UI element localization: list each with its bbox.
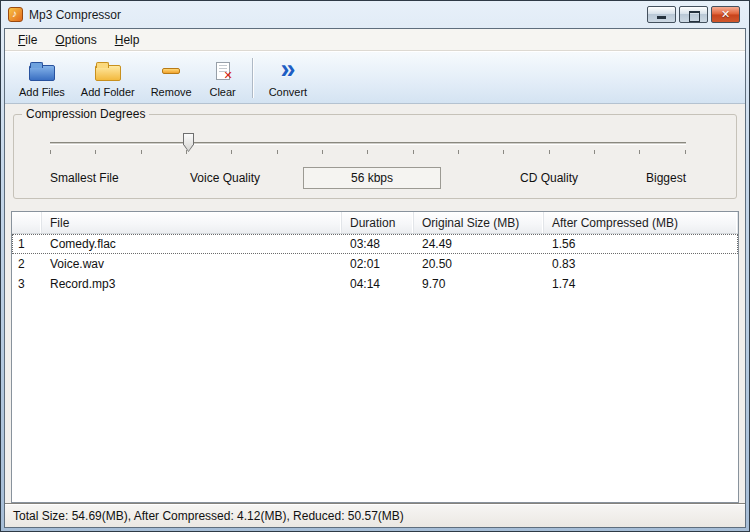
file-list-header: File Duration Original Size (MB) After C… bbox=[12, 212, 738, 234]
column-header-after-compressed[interactable]: After Compressed (MB) bbox=[544, 212, 738, 233]
row-number: 2 bbox=[12, 257, 42, 271]
app-icon[interactable] bbox=[8, 7, 23, 22]
row-number: 1 bbox=[12, 237, 42, 251]
convert-label: Convert bbox=[269, 86, 308, 98]
column-header-file[interactable]: File bbox=[42, 212, 342, 233]
menubar: File Options Help bbox=[5, 29, 745, 51]
window-title: Mp3 Compressor bbox=[29, 8, 121, 22]
row-number: 3 bbox=[12, 277, 42, 291]
window-controls bbox=[647, 6, 742, 23]
toolbar-separator bbox=[252, 58, 253, 98]
compression-groupbox: Compression Degrees Smallest File Voice … bbox=[13, 114, 737, 199]
titlebar[interactable]: Mp3 Compressor bbox=[4, 1, 746, 28]
clear-document-icon bbox=[216, 62, 230, 80]
add-files-label: Add Files bbox=[19, 86, 65, 98]
toolbar: Add Files Add Folder Remove Clear Conver… bbox=[5, 51, 745, 104]
column-header-duration[interactable]: Duration bbox=[342, 212, 414, 233]
clear-button[interactable]: Clear bbox=[200, 55, 246, 101]
slider-track[interactable] bbox=[50, 142, 686, 145]
label-cd-quality: CD Quality bbox=[520, 171, 578, 185]
slider-ticks bbox=[50, 150, 686, 154]
table-row[interactable]: 3 Record.mp3 04:14 9.70 1.74 bbox=[12, 274, 738, 294]
add-folder-button[interactable]: Add Folder bbox=[73, 55, 143, 101]
add-files-button[interactable]: Add Files bbox=[11, 55, 73, 101]
add-files-folder-icon bbox=[29, 65, 55, 81]
cell-after-compressed: 1.56 bbox=[544, 237, 738, 251]
menu-file[interactable]: File bbox=[9, 31, 46, 49]
remove-minus-icon bbox=[162, 68, 180, 74]
remove-label: Remove bbox=[151, 86, 192, 98]
cell-duration: 02:01 bbox=[342, 257, 414, 271]
label-biggest: Biggest bbox=[646, 171, 686, 185]
file-list: File Duration Original Size (MB) After C… bbox=[11, 211, 739, 503]
file-list-body: 1 Comedy.flac 03:48 24.49 1.56 2 Voice.w… bbox=[12, 234, 738, 294]
cell-duration: 03:48 bbox=[342, 237, 414, 251]
client-area: File Options Help Add Files Add Folder R… bbox=[4, 28, 746, 528]
table-row[interactable]: 1 Comedy.flac 03:48 24.49 1.56 bbox=[12, 234, 738, 254]
cell-file: Voice.wav bbox=[42, 257, 342, 271]
remove-button[interactable]: Remove bbox=[143, 55, 200, 101]
compression-slider[interactable] bbox=[50, 133, 686, 163]
slider-labels: Smallest File Voice Quality 56 kbps CD Q… bbox=[14, 167, 736, 191]
cell-file: Comedy.flac bbox=[42, 237, 342, 251]
menu-options[interactable]: Options bbox=[46, 31, 105, 49]
cell-after-compressed: 0.83 bbox=[544, 257, 738, 271]
convert-chevrons-icon bbox=[280, 59, 295, 84]
cell-original-size: 9.70 bbox=[414, 277, 544, 291]
clear-label: Clear bbox=[209, 86, 235, 98]
cell-file: Record.mp3 bbox=[42, 277, 342, 291]
column-header-original-size[interactable]: Original Size (MB) bbox=[414, 212, 544, 233]
add-folder-label: Add Folder bbox=[81, 86, 135, 98]
table-row[interactable]: 2 Voice.wav 02:01 20.50 0.83 bbox=[12, 254, 738, 274]
status-text: Total Size: 54.69(MB), After Compressed:… bbox=[13, 509, 404, 523]
compression-group-label: Compression Degrees bbox=[22, 107, 149, 121]
label-voice-quality: Voice Quality bbox=[190, 171, 260, 185]
cell-original-size: 20.50 bbox=[414, 257, 544, 271]
convert-button[interactable]: Convert bbox=[261, 55, 316, 101]
menu-help[interactable]: Help bbox=[106, 31, 149, 49]
bitrate-value-box: 56 kbps bbox=[303, 167, 441, 189]
minimize-button[interactable] bbox=[647, 6, 676, 23]
close-button[interactable] bbox=[711, 6, 740, 23]
maximize-button[interactable] bbox=[679, 6, 708, 23]
cell-after-compressed: 1.74 bbox=[544, 277, 738, 291]
status-bar: Total Size: 54.69(MB), After Compressed:… bbox=[5, 503, 745, 527]
app-window: Mp3 Compressor File Options Help Add Fil… bbox=[0, 0, 750, 532]
add-folder-icon bbox=[95, 65, 121, 81]
column-header-num[interactable] bbox=[12, 212, 42, 233]
label-smallest-file: Smallest File bbox=[50, 171, 119, 185]
cell-original-size: 24.49 bbox=[414, 237, 544, 251]
cell-duration: 04:14 bbox=[342, 277, 414, 291]
